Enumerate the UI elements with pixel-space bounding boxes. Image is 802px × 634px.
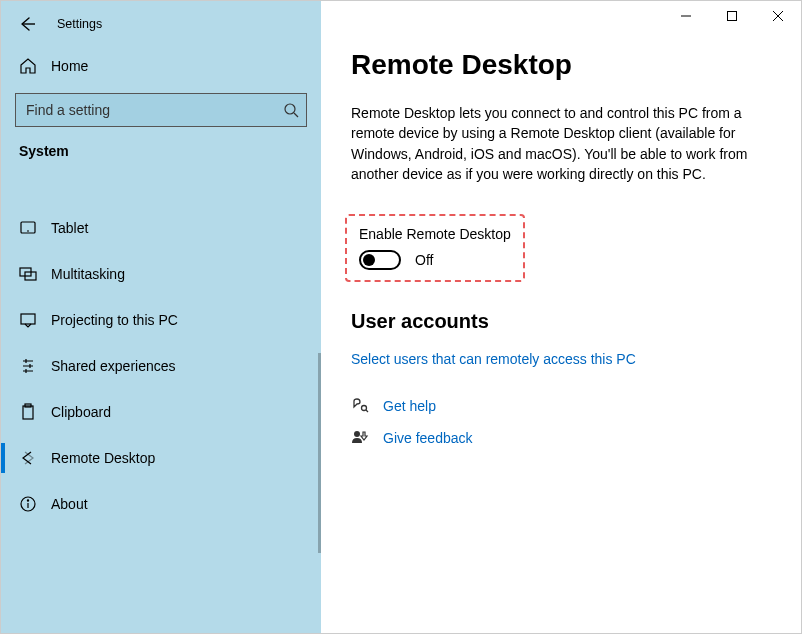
user-accounts-heading: User accounts (351, 310, 771, 333)
sidebar-item-about[interactable]: About (1, 481, 321, 527)
home-icon (19, 57, 37, 75)
projecting-icon (19, 311, 37, 329)
sidebar-item-clipboard[interactable]: Clipboard (1, 389, 321, 435)
sidebar-item-projecting[interactable]: Projecting to this PC (1, 297, 321, 343)
svg-rect-7 (21, 314, 35, 324)
sidebar-nav-list: Tablet Multitasking Projecting to this P… (1, 205, 321, 633)
page-title: Remote Desktop (351, 49, 771, 81)
search-icon (283, 102, 299, 118)
sidebar-item-label: Remote Desktop (51, 450, 155, 466)
home-label: Home (51, 58, 88, 74)
sidebar-item-tablet[interactable]: Tablet (1, 205, 321, 251)
remote-desktop-icon (19, 449, 37, 467)
enable-remote-desktop-toggle[interactable] (359, 250, 401, 270)
get-help-link[interactable]: Get help (383, 398, 436, 414)
give-feedback-link[interactable]: Give feedback (383, 430, 473, 446)
highlighted-toggle-region: Enable Remote Desktop Off (345, 214, 525, 282)
sidebar-item-label: About (51, 496, 88, 512)
sidebar-item-shared[interactable]: Shared experiences (1, 343, 321, 389)
sidebar-item-label: Projecting to this PC (51, 312, 178, 328)
sidebar-item-label: Multitasking (51, 266, 125, 282)
svg-rect-14 (728, 12, 737, 21)
main-content: Remote Desktop Remote Desktop lets you c… (321, 1, 801, 633)
svg-point-17 (362, 406, 367, 411)
svg-point-12 (27, 500, 28, 501)
svg-point-1 (285, 104, 295, 114)
select-users-link[interactable]: Select users that can remotely access th… (351, 351, 771, 367)
svg-point-19 (354, 431, 360, 437)
maximize-button[interactable] (709, 1, 755, 31)
sidebar-item-multitasking[interactable]: Multitasking (1, 251, 321, 297)
svg-line-18 (366, 410, 368, 412)
tablet-icon (19, 219, 37, 237)
toggle-label: Enable Remote Desktop (353, 226, 511, 242)
page-description: Remote Desktop lets you connect to and c… (351, 103, 751, 184)
clipboard-icon (19, 403, 37, 421)
sidebar-section-label: System (1, 143, 321, 167)
feedback-icon (351, 429, 369, 447)
sidebar-item-label: Shared experiences (51, 358, 176, 374)
close-button[interactable] (755, 1, 801, 31)
multitasking-icon (19, 265, 37, 283)
help-icon (351, 397, 369, 415)
sidebar-item-label: Clipboard (51, 404, 111, 420)
search-input[interactable] (15, 93, 307, 127)
minimize-button[interactable] (663, 1, 709, 31)
sidebar-item-remote-desktop[interactable]: Remote Desktop (1, 435, 321, 481)
sidebar-home[interactable]: Home (1, 43, 321, 89)
sidebar: Settings Home System (1, 1, 321, 633)
shared-icon (19, 357, 37, 375)
window-title: Settings (57, 17, 102, 31)
toggle-state-text: Off (415, 252, 433, 268)
svg-line-2 (294, 113, 298, 117)
svg-rect-8 (23, 406, 33, 419)
back-button[interactable] (19, 15, 37, 33)
sidebar-item-label: Tablet (51, 220, 88, 236)
about-icon (19, 495, 37, 513)
